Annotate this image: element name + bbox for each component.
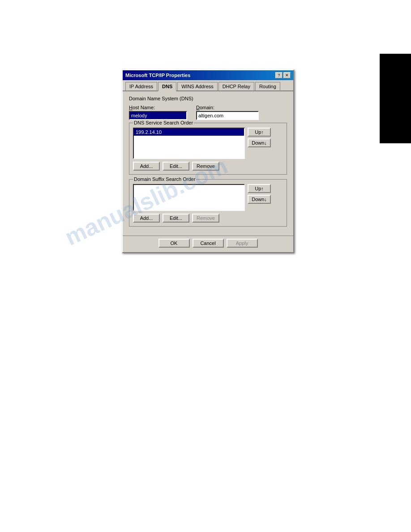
help-button[interactable]: ? [275,72,283,78]
cancel-button[interactable]: Cancel [193,239,224,248]
dns-up-button[interactable]: Up↑ [248,128,271,137]
suffix-up-button[interactable]: Up↑ [248,184,271,193]
title-bar-buttons: ? ✕ [275,72,291,78]
dns-edit-button[interactable]: Edit... [163,162,189,171]
tab-ip-address[interactable]: IP Address [125,82,157,90]
suffix-down-button[interactable]: Down↓ [248,195,271,204]
dns-btn-row: Add... Edit... Remove [133,162,283,171]
dns-add-button[interactable]: Add... [133,162,160,171]
dialog-title: Microsoft TCP/IP Properties [125,73,190,78]
dns-group-label: DNS Service Search Order [133,120,194,125]
suffix-side-buttons: Up↑ Down↓ [248,184,271,204]
ok-button[interactable]: OK [158,239,190,248]
host-domain-row: Host Name: Domain: [129,105,287,120]
tab-wins-address[interactable]: WINS Address [177,82,218,90]
dns-list-row: 199.2.14.10 Up↑ Down↓ [133,128,283,159]
host-name-input[interactable] [129,111,187,120]
suffix-edit-button[interactable]: Edit... [163,214,189,223]
tab-routing[interactable]: Routing [255,82,280,90]
suffix-remove-button[interactable]: Remove [192,214,219,223]
dns-list-item[interactable]: 199.2.14.10 [134,129,244,136]
host-name-label: Host Name: [129,105,187,110]
host-name-group: Host Name: [129,105,187,120]
dialog-window: Microsoft TCP/IP Properties ? ✕ IP Addre… [122,69,294,253]
section-title: Domain Name System (DNS) [129,96,287,101]
tab-bar: IP Address DNS WINS Address DHCP Relay R… [123,80,293,91]
domain-input[interactable] [196,111,259,120]
suffix-list-box[interactable] [133,184,245,211]
close-button[interactable]: ✕ [283,72,291,78]
suffix-btn-row: Add... Edit... Remove [133,214,283,223]
suffix-add-button[interactable]: Add... [133,214,160,223]
bottom-button-row: OK Cancel Apply [123,236,293,252]
tab-dns[interactable]: DNS [158,82,176,91]
dns-down-button[interactable]: Down↓ [248,138,271,147]
right-sidebar [380,54,411,143]
dialog-content: Domain Name System (DNS) Host Name: Doma… [123,91,293,236]
suffix-group-label: Domain Suffix Search Order [133,176,196,182]
dns-list-box[interactable]: 199.2.14.10 [133,128,245,159]
dns-remove-button[interactable]: Remove [192,162,219,171]
suffix-list-row: Up↑ Down↓ [133,184,283,211]
tab-dhcp-relay[interactable]: DHCP Relay [218,82,254,90]
apply-button[interactable]: Apply [227,239,258,248]
title-bar: Microsoft TCP/IP Properties ? ✕ [123,70,293,80]
domain-group: Domain: [196,105,259,120]
dns-service-group: DNS Service Search Order 199.2.14.10 Up↑… [129,123,287,175]
suffix-search-group: Domain Suffix Search Order Up↑ Down↓ Add… [129,179,287,227]
dns-side-buttons: Up↑ Down↓ [248,128,271,147]
domain-label: Domain: [196,105,259,110]
